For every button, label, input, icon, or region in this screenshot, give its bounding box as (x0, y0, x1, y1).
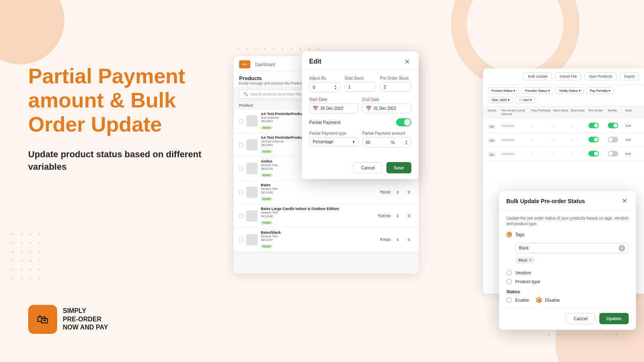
tags-search-box[interactable]: Black ✕ (515, 243, 629, 253)
product-price: ₹5100 (374, 190, 390, 194)
edit-modal-header: Edit ✕ (302, 51, 419, 70)
chevron-down-icon: ▾ (353, 140, 355, 144)
main-title: Partial Payment amount & Bulk Order Upda… (28, 64, 229, 136)
filter-notify-status[interactable]: Notify Status ▾ (556, 87, 584, 94)
radio-tags[interactable]: Tags (506, 232, 629, 237)
filter-sort[interactable]: ↑↓ Sort ▾ (516, 97, 535, 103)
product-stock: 0 (394, 214, 402, 218)
pre-order-stock-input[interactable]: 2 (380, 82, 411, 92)
adjust-by-spinner[interactable]: ▲ ▼ (334, 84, 337, 90)
sub-text: Update product status based on different… (28, 148, 229, 173)
export-button[interactable]: Export (620, 72, 639, 80)
filter-preorder-status[interactable]: Preorder Status ▾ (521, 87, 553, 94)
notify-toggle[interactable] (608, 137, 624, 142)
preorder-toggle[interactable] (588, 151, 606, 156)
bulk-modal-header: Bulk Update Pre-order Status ✕ (499, 191, 636, 210)
adjust-by-field: Adjust By 0 ▲ ▼ (309, 76, 341, 93)
filter-pay-partially[interactable]: Pay Partially ▾ (586, 87, 614, 94)
spinner-down[interactable]: ▼ (334, 87, 337, 90)
preorder-toggle-switch[interactable] (588, 151, 599, 156)
remove-tag-black-icon[interactable]: ✕ (529, 258, 532, 262)
save-button[interactable]: Save (386, 162, 411, 173)
product-thumbnail (246, 187, 258, 198)
radio-enable[interactable]: Enable (506, 297, 529, 303)
preorder-toggle-switch[interactable] (588, 137, 599, 142)
edit-row-3: Partial Payment type Percentage ▾ Partia… (309, 131, 411, 148)
product-checkbox[interactable] (239, 238, 243, 242)
edit-modal-footer: Cancel Save (302, 158, 419, 179)
partial-payment-toggle-row: Partial Payment (309, 118, 411, 126)
start-date-input[interactable]: 📅 26 Dec 2022 (309, 103, 358, 113)
pay-cell: - (531, 124, 551, 128)
logo-icon: 🛍 (28, 305, 57, 334)
start-cell: - (553, 124, 569, 128)
limit-cell: Disabled (502, 138, 530, 142)
filter-product-status[interactable]: Product Status ▾ (488, 87, 519, 94)
radio-product-type-label: Product type (515, 279, 540, 284)
amount-spinner-down[interactable]: ▼ (405, 142, 408, 145)
stock-cell: No (488, 152, 496, 157)
notify-toggle-switch[interactable] (608, 137, 618, 142)
end-cell: - (571, 124, 587, 128)
product-checkbox[interactable] (239, 167, 243, 171)
product-badge: Active (261, 221, 272, 224)
edit-link[interactable]: Edit (625, 152, 637, 156)
bulk-modal-close-icon[interactable]: ✕ (620, 197, 629, 206)
partial-payment-toggle[interactable] (396, 118, 411, 126)
preorder-toggle[interactable] (588, 137, 606, 142)
bulk-modal-title: Bulk Update Pre-order Status (506, 198, 585, 204)
amount-spinner-up[interactable]: ▲ (405, 140, 408, 142)
edit-modal-body: Adjust By 0 ▲ ▼ Sold Stock 1 Pre Order S… (302, 70, 419, 158)
stock-cell: No (488, 138, 496, 143)
edit-row-1: Adjust By 0 ▲ ▼ Sold Stock 1 Pre Order S… (309, 76, 411, 93)
table-row: No Disabled - - - Edit (483, 119, 644, 133)
logo-area: 🛍 SIMPLY PRE-ORDER NOW AND PAY (28, 305, 108, 334)
bulk-update-button[interactable]: Bulk Update (523, 72, 552, 80)
right-table-header: Stock Pre-Order Limit Closed Pay Partial… (483, 106, 644, 119)
notify-toggle-switch[interactable] (608, 123, 618, 128)
product-checkbox[interactable] (239, 119, 243, 123)
notify-toggle[interactable] (608, 151, 624, 156)
preorder-toggle[interactable] (588, 123, 606, 128)
product-name: Baies Large Candle Indoor & Outdoor Edit… (261, 207, 371, 211)
notify-toggle-switch[interactable] (608, 151, 618, 156)
payment-amount-field: Partial Payment amount 60 % ▲ ▼ (362, 131, 411, 148)
adjust-by-input[interactable]: 0 ▲ ▼ (309, 82, 341, 93)
import-file-button[interactable]: Import File (555, 72, 581, 80)
amount-spinner[interactable]: ▲ ▼ (405, 140, 408, 145)
payment-amount-input[interactable]: 60 % ▲ ▼ (362, 137, 411, 148)
enable-label: Enable (515, 298, 529, 302)
sync-products-button[interactable]: Sync Products (584, 72, 617, 80)
edit-link[interactable]: Edit (625, 124, 637, 128)
product-thumbnail (246, 163, 258, 174)
clear-search-icon[interactable]: ✕ (619, 245, 625, 251)
bulk-update-button-confirm[interactable]: Update (599, 313, 629, 324)
notify-toggle[interactable] (608, 123, 624, 128)
cancel-button[interactable]: Cancel (353, 162, 382, 173)
product-checkbox[interactable] (239, 214, 243, 218)
tags-input-container: Black ✕ Black ✕ (515, 243, 629, 264)
product-name: Baies/black (261, 230, 371, 234)
radio-disable[interactable]: Disable (536, 297, 560, 303)
start-cell: - (553, 138, 569, 142)
end-date-input[interactable]: 📅 31 Dec 2022 (362, 103, 411, 113)
left-content: Partial Payment amount & Bulk Order Upda… (28, 64, 229, 173)
status-section-label: Status (506, 289, 629, 294)
product-checkbox[interactable] (239, 190, 243, 194)
radio-vendors[interactable]: Vendors (506, 270, 629, 276)
payment-type-select[interactable]: Percentage ▾ (309, 137, 358, 146)
preorder-toggle-switch[interactable] (588, 123, 599, 128)
bulk-cancel-button[interactable]: Cancel (566, 313, 595, 324)
product-thumbnail (246, 210, 258, 222)
edit-link[interactable]: Edit (625, 138, 637, 142)
radio-product-type[interactable]: Product type (506, 279, 629, 284)
close-icon[interactable]: ✕ (402, 57, 411, 66)
pay-cell: - (531, 152, 551, 156)
product-checkbox[interactable] (239, 143, 243, 147)
sold-stock-input[interactable]: 1 (345, 82, 376, 92)
filter-year[interactable]: Year: 2022 ▾ (488, 97, 513, 103)
spinner-up[interactable]: ▲ (334, 84, 337, 87)
dot-grid-left (12, 233, 43, 282)
tags-chips: Black ✕ (515, 256, 629, 264)
bg-decoration (0, 0, 64, 64)
